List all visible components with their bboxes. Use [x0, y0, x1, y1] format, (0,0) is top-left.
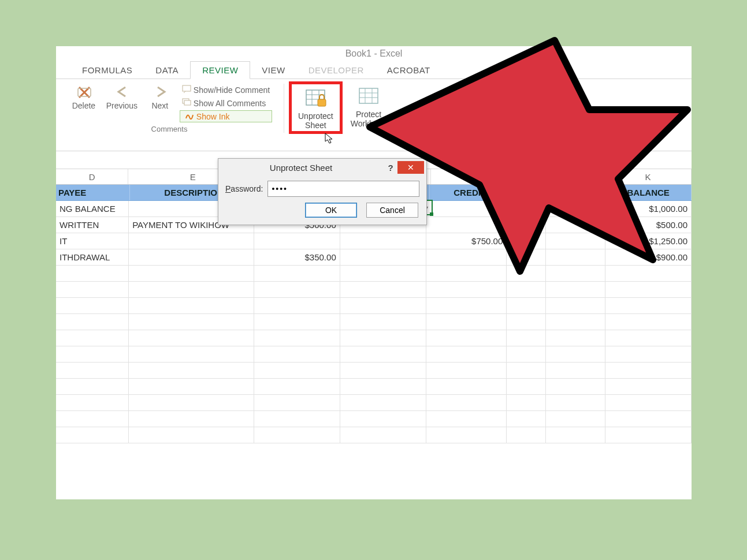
- cell[interactable]: [546, 282, 606, 297]
- cell[interactable]: [426, 395, 507, 410]
- cell[interactable]: [56, 314, 129, 330]
- cell[interactable]: [254, 330, 340, 346]
- cell[interactable]: $350.00: [254, 249, 340, 265]
- cell[interactable]: [340, 249, 426, 265]
- cell[interactable]: [340, 314, 426, 330]
- cell[interactable]: [507, 330, 545, 346]
- table-row[interactable]: IT$750.00$1,250.00: [56, 233, 692, 249]
- cell[interactable]: [129, 346, 254, 362]
- cell[interactable]: [546, 330, 606, 346]
- protect-workbook-button[interactable]: Protect Workbook: [346, 84, 392, 129]
- col-header-I[interactable]: I: [512, 169, 547, 184]
- cell[interactable]: [254, 427, 340, 443]
- unprotect-sheet-button[interactable]: Unprotect Sheet: [293, 85, 338, 131]
- cell[interactable]: [254, 363, 340, 378]
- cell[interactable]: [605, 330, 692, 346]
- table-row[interactable]: [56, 363, 692, 379]
- table-row[interactable]: [56, 346, 692, 363]
- cell[interactable]: [129, 363, 254, 378]
- cell[interactable]: [254, 298, 340, 313]
- cell[interactable]: [129, 249, 254, 265]
- cell[interactable]: WRITTEN: [56, 217, 129, 233]
- cell[interactable]: [426, 282, 507, 297]
- cell[interactable]: [507, 379, 545, 394]
- delete-comment-button[interactable]: Delete: [66, 84, 101, 122]
- cell[interactable]: [546, 266, 606, 281]
- col-header-J[interactable]: [547, 169, 605, 184]
- cell[interactable]: [340, 298, 426, 313]
- cell[interactable]: [340, 379, 426, 394]
- cell[interactable]: [340, 346, 426, 362]
- cell[interactable]: $500.00: [605, 217, 692, 233]
- table-row[interactable]: ITHDRAWAL$350.00$900.00: [56, 249, 692, 266]
- cell[interactable]: [507, 282, 545, 297]
- cell[interactable]: [507, 395, 545, 410]
- cell[interactable]: [546, 298, 606, 313]
- cell[interactable]: [605, 298, 692, 313]
- cell[interactable]: [56, 266, 129, 281]
- cell[interactable]: [546, 201, 606, 216]
- cell[interactable]: [546, 233, 606, 249]
- tab-data[interactable]: DATA: [144, 62, 190, 79]
- tab-formulas[interactable]: FORMULAS: [70, 62, 144, 79]
- cell[interactable]: [546, 379, 606, 394]
- cell[interactable]: [254, 346, 340, 362]
- cell[interactable]: [605, 411, 692, 427]
- cell[interactable]: $750.00: [426, 233, 507, 249]
- fill-handle[interactable]: [430, 212, 433, 216]
- cell[interactable]: [605, 379, 692, 394]
- cell[interactable]: [507, 346, 545, 362]
- cell[interactable]: [426, 298, 507, 313]
- next-comment-button[interactable]: Next: [143, 84, 177, 122]
- dialog-help-button[interactable]: ?: [384, 163, 397, 173]
- cell[interactable]: [56, 395, 129, 410]
- cell[interactable]: [129, 411, 254, 427]
- cell[interactable]: [254, 266, 340, 281]
- cell[interactable]: [340, 330, 426, 346]
- cell[interactable]: [340, 282, 426, 297]
- ok-button[interactable]: OK: [305, 203, 357, 218]
- previous-comment-button[interactable]: Previous: [105, 84, 139, 122]
- cell[interactable]: [507, 201, 545, 216]
- cell[interactable]: [254, 379, 340, 394]
- cell[interactable]: [129, 395, 254, 410]
- cell[interactable]: [254, 411, 340, 427]
- cell[interactable]: [546, 217, 606, 233]
- cell[interactable]: [340, 266, 426, 281]
- cell[interactable]: [507, 233, 545, 249]
- cell[interactable]: [507, 363, 545, 378]
- cell[interactable]: ITHDRAWAL: [56, 249, 129, 265]
- show-hide-comment-button[interactable]: Show/Hide Comment: [180, 84, 272, 96]
- cell[interactable]: [507, 266, 545, 281]
- cell[interactable]: [129, 330, 254, 346]
- cell[interactable]: $900.00: [605, 249, 692, 265]
- table-row[interactable]: [56, 282, 692, 298]
- cell[interactable]: [426, 217, 507, 233]
- cell[interactable]: [56, 298, 129, 313]
- password-input[interactable]: [267, 181, 419, 197]
- col-header-K[interactable]: K: [605, 169, 692, 184]
- cell[interactable]: [426, 411, 507, 427]
- cell[interactable]: $1,000.00: [605, 201, 692, 216]
- cell[interactable]: $1,250.00: [605, 233, 692, 249]
- table-row[interactable]: [56, 427, 692, 443]
- cell[interactable]: IT: [56, 233, 129, 249]
- cell[interactable]: [426, 427, 507, 443]
- cell[interactable]: [426, 346, 507, 362]
- cell[interactable]: [254, 233, 340, 249]
- cell[interactable]: [56, 346, 129, 362]
- cell[interactable]: [426, 314, 507, 330]
- table-row[interactable]: [56, 298, 692, 314]
- cell[interactable]: [605, 266, 692, 281]
- cell[interactable]: [546, 427, 606, 443]
- cancel-button[interactable]: Cancel: [366, 203, 418, 218]
- dialog-titlebar[interactable]: Unprotect Sheet ? ✕: [218, 159, 426, 176]
- cell[interactable]: [340, 395, 426, 410]
- cell[interactable]: [605, 346, 692, 362]
- cell[interactable]: [129, 298, 254, 313]
- cell[interactable]: [56, 363, 129, 378]
- cell[interactable]: [426, 379, 507, 394]
- cell[interactable]: [546, 395, 606, 410]
- cell[interactable]: [340, 411, 426, 427]
- cell[interactable]: [254, 282, 340, 297]
